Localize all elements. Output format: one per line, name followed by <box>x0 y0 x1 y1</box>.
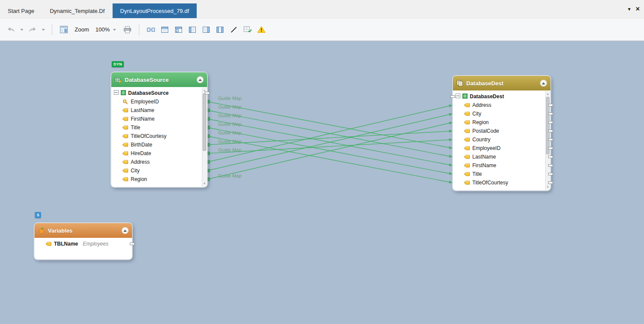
node-header[interactable]: DatabaseDest <box>453 76 550 90</box>
field-icon <box>463 129 470 133</box>
field-icon <box>122 125 129 130</box>
draw-connection-button[interactable] <box>228 23 239 36</box>
table-copy-icon <box>456 80 463 87</box>
diagram-overview-button[interactable] <box>58 23 69 36</box>
field-icon <box>463 146 470 150</box>
field-row[interactable]: PostalCode <box>453 127 550 135</box>
connector-stub[interactable] <box>205 92 210 94</box>
field-icon <box>463 120 470 125</box>
close-document-icon[interactable]: × <box>636 6 640 12</box>
warning-icon <box>257 26 266 33</box>
node-body: DatabaseDestAddressCityRegionPostalCodeC… <box>453 90 550 190</box>
field-row[interactable]: LastName <box>111 106 207 115</box>
connector-stub[interactable] <box>548 138 553 141</box>
redo-button[interactable] <box>27 23 38 36</box>
layout-option-5-button[interactable] <box>200 23 212 36</box>
field-row[interactable]: Country <box>453 135 550 144</box>
field-row[interactable]: Region <box>453 118 550 127</box>
toolbar-separator <box>139 24 139 35</box>
tab-list-dropdown-icon[interactable]: ▾ <box>628 6 631 12</box>
field-row[interactable]: EmployeeID <box>453 144 550 153</box>
layout-option-3-button[interactable] <box>173 23 184 36</box>
field-row[interactable]: TBLNameEmployees <box>35 240 132 248</box>
field-row[interactable]: TitleOfCourtesy <box>111 132 207 140</box>
field-name: Address <box>472 102 491 108</box>
field-row[interactable]: Address <box>453 101 550 109</box>
node-database-dest[interactable]: DatabaseDestDatabaseDestAddressCityRegio… <box>453 76 550 190</box>
node-variables[interactable]: SVariablesTBLNameEmployees <box>35 223 132 259</box>
connector-stub[interactable] <box>548 112 553 115</box>
connector-stub[interactable] <box>548 173 553 175</box>
field-name: BirthDate <box>131 142 152 148</box>
zoom-level-select[interactable]: 100% <box>92 25 119 34</box>
field-row[interactable]: Title <box>453 170 550 178</box>
field-name: Title <box>472 171 482 177</box>
field-row[interactable]: BirthDate <box>111 140 207 149</box>
redo-history-dropdown[interactable] <box>41 23 46 36</box>
document-tab-0[interactable]: Start Page <box>0 3 42 18</box>
dropdown-icon <box>20 28 24 31</box>
list-scrollbar[interactable]: ▲▼ <box>202 87 207 187</box>
connector-stub[interactable] <box>548 130 553 132</box>
table-node-icon <box>462 93 468 100</box>
field-row[interactable]: FirstName <box>453 161 550 170</box>
tree-root-row[interactable]: DatabaseSource <box>111 89 207 97</box>
layout-option-6-button[interactable] <box>214 23 226 36</box>
undo-button[interactable] <box>5 23 17 36</box>
scrollbar-thumb[interactable] <box>203 93 206 151</box>
print-button[interactable] <box>122 23 133 36</box>
scroll-up-icon[interactable]: ▲ <box>546 92 550 96</box>
collapse-node-button[interactable] <box>197 76 204 83</box>
connector-stub[interactable] <box>548 164 553 167</box>
collapse-tree-icon[interactable] <box>114 90 119 96</box>
node-badge: S <box>35 212 41 218</box>
tab-list: Start PageDynamic_Template.DfDynLayoutPr… <box>0 3 197 18</box>
field-row[interactable]: City <box>453 109 550 118</box>
layout-1-icon <box>147 26 155 34</box>
document-tab-2[interactable]: DynLayoutProcessed_79.df <box>113 3 197 18</box>
tab-bar-controls: ▾ × <box>628 0 640 18</box>
connector-stub[interactable] <box>548 121 553 124</box>
field-name: LastName <box>131 107 154 113</box>
field-row[interactable]: TitleOfCourtesy <box>453 178 550 187</box>
field-row[interactable]: Region <box>111 175 207 184</box>
redo-icon <box>28 26 37 33</box>
connector-stub[interactable] <box>450 95 455 98</box>
connector-stub[interactable] <box>548 147 553 150</box>
layout-option-4-button[interactable] <box>186 23 198 36</box>
scroll-down-icon[interactable]: ▼ <box>202 181 207 186</box>
field-row[interactable]: FirstName <box>111 115 207 123</box>
connector-stub[interactable] <box>548 156 553 158</box>
connector-stub[interactable] <box>548 181 553 184</box>
field-name: TitleOfCourtesy <box>472 180 508 186</box>
field-icon <box>122 117 129 121</box>
diagram-canvas[interactable]: Guide MapGuide MapGuide MapGuide MapGuid… <box>0 41 644 324</box>
field-icon <box>463 112 470 116</box>
collapse-tree-icon[interactable] <box>456 93 460 100</box>
field-row[interactable]: LastName <box>453 153 550 161</box>
field-icon <box>45 242 52 246</box>
tree-root-row[interactable]: DatabaseDest <box>453 92 550 101</box>
document-tab-1[interactable]: Dynamic_Template.Df <box>42 3 112 18</box>
field-row[interactable]: HireDate <box>111 149 207 158</box>
node-header[interactable]: DatabaseSource <box>111 72 207 87</box>
auto-layout-button[interactable] <box>145 23 157 36</box>
node-header[interactable]: Variables <box>35 223 132 238</box>
field-row[interactable]: Address <box>111 158 207 166</box>
overview-icon <box>60 25 68 34</box>
node-title: DatabaseDest <box>466 80 537 87</box>
field-row[interactable]: EmployeeID <box>111 97 207 106</box>
field-row[interactable]: Title <box>111 123 207 132</box>
layout-option-2-button[interactable] <box>159 23 170 36</box>
connector-stub[interactable] <box>130 243 135 245</box>
node-body: TBLNameEmployees <box>35 238 132 259</box>
field-row[interactable]: City <box>111 166 207 175</box>
show-attributes-button[interactable] <box>242 23 253 36</box>
connector-stub[interactable] <box>548 104 553 106</box>
collapse-node-button[interactable] <box>122 227 129 234</box>
collapse-node-button[interactable] <box>540 80 547 87</box>
scroll-down-icon[interactable]: ▼ <box>546 185 550 189</box>
undo-history-dropdown[interactable] <box>19 23 25 36</box>
validation-warnings-button[interactable] <box>255 23 267 36</box>
node-database-source[interactable]: DYNDatabaseSourceDatabaseSourceEmployeeI… <box>111 72 207 187</box>
